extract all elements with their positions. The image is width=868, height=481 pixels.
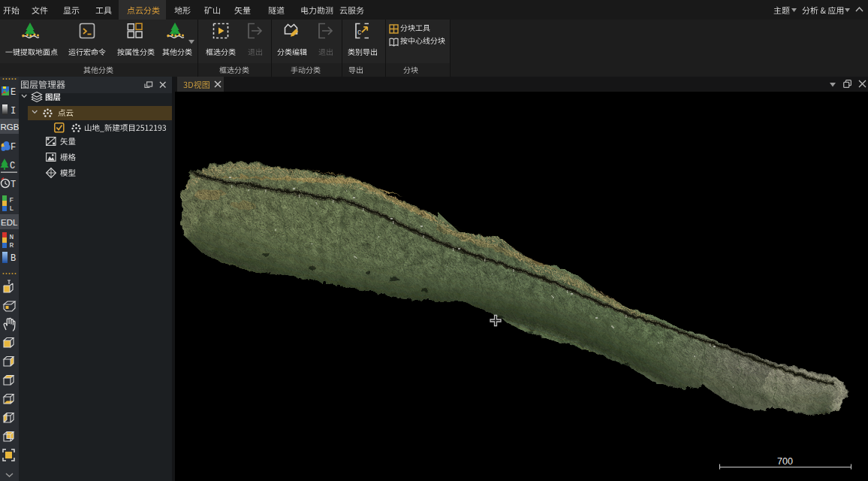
svg-text:700: 700: [777, 456, 793, 467]
svg-text:T: T: [11, 180, 16, 190]
svg-text:B: B: [11, 253, 16, 264]
svg-text:EDL: EDL: [1, 218, 18, 227]
svg-text:c: c: [357, 28, 361, 36]
svg-text:C: C: [10, 161, 15, 171]
svg-text:R: R: [10, 241, 14, 250]
svg-text:F: F: [10, 196, 14, 204]
svg-text:L: L: [10, 204, 14, 213]
svg-text:F: F: [11, 142, 16, 153]
svg-text:I: I: [11, 106, 16, 116]
svg-text:E: E: [11, 87, 16, 98]
svg-text:RGB: RGB: [1, 123, 20, 132]
svg-text:N: N: [10, 233, 14, 241]
